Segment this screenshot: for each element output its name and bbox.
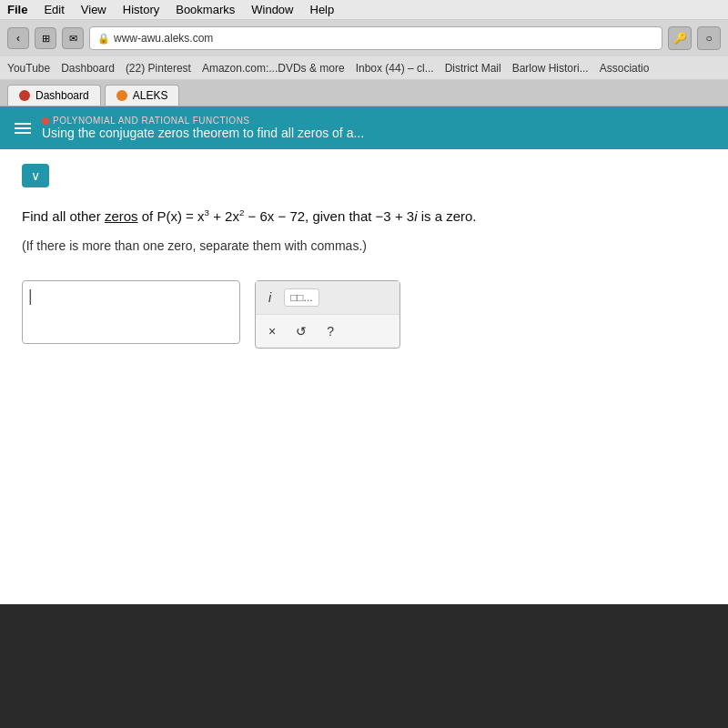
menu-file[interactable]: File: [7, 3, 27, 16]
keyboard-x-button[interactable]: ×: [265, 322, 279, 340]
keyboard-undo-button[interactable]: ↺: [292, 322, 310, 340]
hamburger-line-1: [15, 123, 31, 125]
browser-toolbar: ‹ ⊞ ✉ 🔒 www-awu.aleks.com 🔑 ○: [0, 20, 728, 56]
tab-switcher-button[interactable]: ⊞: [35, 27, 56, 49]
bookmark-pinterest[interactable]: (22) Pinterest: [126, 62, 191, 75]
url-text: www-awu.aleks.com: [114, 32, 213, 45]
answer-input-box[interactable]: |: [22, 280, 240, 344]
keyboard-row-symbols: i □□...: [256, 281, 399, 315]
problem-part4: + 2x: [209, 208, 239, 224]
lock-icon: 🔒: [97, 33, 110, 45]
bookmark-barlow[interactable]: Barlow Histori...: [512, 62, 589, 75]
circle-icon-button[interactable]: ○: [697, 26, 721, 50]
category-label: POLYNOMIAL AND RATIONAL FUNCTIONS: [53, 116, 250, 126]
menu-bookmarks[interactable]: Bookmarks: [176, 3, 235, 16]
problem-part5: − 6x − 72, given that −3 + 3: [244, 208, 414, 224]
menu-edit[interactable]: Edit: [44, 3, 64, 16]
menu-help[interactable]: Help: [310, 3, 335, 16]
address-bar[interactable]: 🔒 www-awu.aleks.com: [89, 26, 662, 50]
key-icon-button[interactable]: 🔑: [668, 26, 692, 50]
menu-window[interactable]: Window: [251, 3, 293, 16]
keyboard-squares-button[interactable]: □□...: [284, 288, 319, 307]
problem-zeros-underline: zeros: [105, 208, 138, 224]
bookmarks-bar: YouTube Dashboard (22) Pinterest Amazon.…: [0, 56, 728, 80]
tab-aleks-label: ALEKS: [133, 89, 168, 102]
hamburger-line-3: [15, 132, 31, 134]
problem-part1: Find all other: [22, 208, 105, 224]
math-keyboard: i □□... × ↺ ?: [255, 280, 400, 349]
bookmark-association[interactable]: Associatio: [600, 62, 650, 75]
bookmark-inbox[interactable]: Inbox (44) – cl...: [356, 62, 434, 75]
back-button[interactable]: ‹: [7, 27, 29, 49]
problem-part2: of P: [138, 208, 167, 224]
keyboard-i-button[interactable]: i: [265, 288, 275, 307]
content-area: ∨ Find all other zeros of P(x) = x3 + 2x…: [0, 149, 728, 604]
dashboard-favicon: [19, 90, 30, 101]
answer-area: | i □□... × ↺ ?: [22, 280, 706, 349]
bookmark-youtube[interactable]: YouTube: [7, 62, 50, 75]
tab-dashboard-label: Dashboard: [35, 89, 89, 102]
problem-part3: (x) = x: [166, 208, 204, 224]
text-cursor-icon: |: [28, 287, 33, 306]
keyboard-row-actions: × ↺ ?: [256, 315, 399, 348]
bookmark-dashboard[interactable]: Dashboard: [61, 62, 115, 75]
menu-view[interactable]: View: [81, 3, 106, 16]
problem-statement: Find all other zeros of P(x) = x3 + 2x2 …: [22, 206, 706, 228]
tab-aleks[interactable]: ALEKS: [105, 85, 180, 106]
aleks-header: POLYNOMIAL AND RATIONAL FUNCTIONS Using …: [0, 106, 728, 149]
aleks-favicon: [116, 90, 127, 101]
bookmark-amazon[interactable]: Amazon.com:...DVDs & more: [202, 62, 345, 75]
tab-bar: Dashboard ALEKS: [0, 80, 728, 106]
header-category: POLYNOMIAL AND RATIONAL FUNCTIONS: [42, 116, 364, 126]
header-title: Using the conjugate zeros theorem to fin…: [42, 126, 364, 140]
mac-menubar: File Edit View History Bookmarks Window …: [0, 0, 728, 20]
red-dot-icon: [42, 117, 49, 125]
expand-button[interactable]: ∨: [22, 164, 49, 187]
tab-dashboard[interactable]: Dashboard: [7, 85, 101, 106]
browser-chrome: ‹ ⊞ ✉ 🔒 www-awu.aleks.com 🔑 ○ YouTube Da…: [0, 20, 728, 106]
bottom-area: [0, 604, 728, 728]
keyboard-help-button[interactable]: ?: [323, 322, 338, 340]
sub-instruction: (If there is more than one zero, separat…: [22, 238, 706, 253]
menu-history[interactable]: History: [123, 3, 159, 16]
bookmark-district-mail[interactable]: District Mail: [445, 62, 501, 75]
header-text-block: POLYNOMIAL AND RATIONAL FUNCTIONS Using …: [42, 116, 364, 140]
hamburger-menu[interactable]: [15, 123, 31, 134]
problem-part6: is a zero.: [418, 208, 477, 224]
hamburger-line-2: [15, 127, 31, 129]
mail-icon-button[interactable]: ✉: [62, 27, 84, 49]
